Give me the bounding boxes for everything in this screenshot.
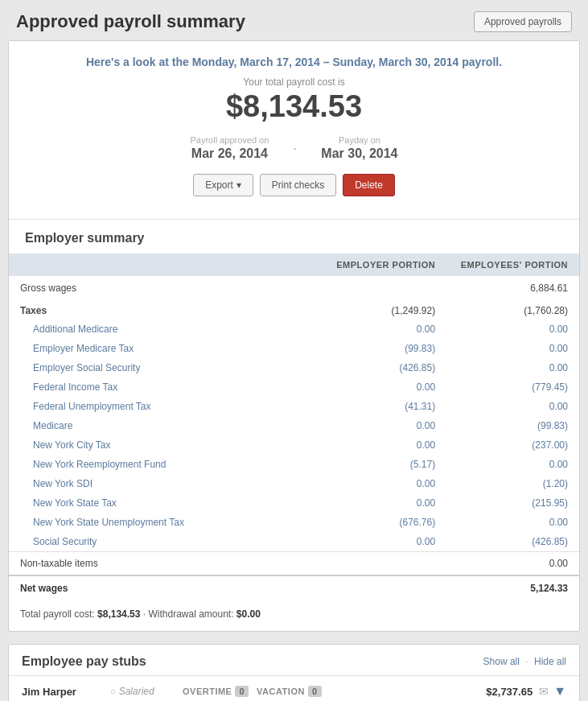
list-item: Jim Harper ○ Salaried OVERTIME 0 VACATIO… <box>9 676 579 701</box>
taxes-employees: (1,760.28) <box>446 300 579 320</box>
employee-amount: $2,737.65 <box>486 686 532 698</box>
main-card: Here's a look at the Monday, March 17, 2… <box>8 40 580 632</box>
subtax-label-6: New York City Tax <box>9 435 323 455</box>
table-row: New York SDI 0.00 (1.20) <box>9 474 579 493</box>
subtax-employees-4: 0.00 <box>446 397 579 416</box>
vacation-badge: VACATION 0 <box>257 686 321 697</box>
approved-payrolls-button[interactable]: Approved payrolls <box>474 11 572 32</box>
subtax-employees-1: 0.00 <box>446 339 579 358</box>
net-wages-label: Net wages <box>9 575 323 600</box>
hide-all-link[interactable]: Hide all <box>534 656 566 667</box>
taxes-label: Taxes <box>9 300 323 320</box>
table-row: Federal Income Tax 0.00 (779.45) <box>9 377 579 397</box>
approved-label: Payroll approved on <box>190 135 269 145</box>
net-wages-employer <box>323 575 446 600</box>
gross-wages-employees: 6,884.61 <box>446 276 579 300</box>
subtax-employees-8: (1.20) <box>446 474 579 493</box>
table-row: Federal Unemployment Tax (41.31) 0.00 <box>9 397 579 416</box>
subtax-label-3: Federal Income Tax <box>9 377 323 397</box>
subtax-employees-0: 0.00 <box>446 320 579 339</box>
subtax-employer-0: 0.00 <box>323 320 446 339</box>
dates-separator: · <box>293 140 297 157</box>
dates-row: Payroll approved on Mar 26, 2014 · Payda… <box>25 135 563 161</box>
withdrawal-label: Withdrawal amount: <box>148 608 233 620</box>
stubs-actions: Show all · Hide all <box>483 656 566 667</box>
approved-date: Mar 26, 2014 <box>191 146 268 160</box>
col-employer: EMPLOYER PORTION <box>323 254 446 276</box>
subtax-label-10: New York State Unemployment Tax <box>9 513 323 532</box>
subtax-employer-3: 0.00 <box>323 377 446 397</box>
email-icon[interactable]: ✉ <box>539 685 549 698</box>
row-taxes: Taxes (1,249.92) (1,760.28) <box>9 300 579 320</box>
subtax-employer-4: (41.31) <box>323 397 446 416</box>
payday-date-group: Payday on Mar 30, 2014 <box>321 135 397 161</box>
gross-wages-label: Gross wages <box>9 276 323 300</box>
subtax-employees-2: 0.00 <box>446 358 579 377</box>
subtax-employer-7: (5.17) <box>323 455 446 474</box>
subtax-employees-3: (779.45) <box>446 377 579 397</box>
subtax-label-0: Additional Medicare <box>9 320 323 339</box>
subtax-label-8: New York SDI <box>9 474 323 493</box>
taxes-employer: (1,249.92) <box>323 300 446 320</box>
subtax-employees-5: (99.83) <box>446 416 579 435</box>
table-row: New York City Tax 0.00 (237.00) <box>9 435 579 455</box>
overtime-value: 0 <box>235 686 249 697</box>
row-gross-wages: Gross wages 6,884.61 <box>9 276 579 300</box>
subtax-employees-6: (237.00) <box>446 435 579 455</box>
subtax-employees-9: (215.95) <box>446 493 579 513</box>
export-button[interactable]: Export ▾ <box>193 174 253 196</box>
action-buttons: Export ▾ Print checks Delete <box>25 174 563 211</box>
nontaxable-employees: 0.00 <box>446 552 579 576</box>
page-header: Approved payroll summary Approved payrol… <box>0 0 588 40</box>
row-nontaxable: Non-taxable items 0.00 <box>9 552 579 576</box>
subtax-employer-6: 0.00 <box>323 435 446 455</box>
period-banner: Here's a look at the Monday, March 17, 2… <box>9 41 579 220</box>
table-row: Medicare 0.00 (99.83) <box>9 416 579 435</box>
payday-date: Mar 30, 2014 <box>321 146 397 160</box>
employee-rows-container: Jim Harper ○ Salaried OVERTIME 0 VACATIO… <box>9 676 579 701</box>
col-label <box>9 254 323 276</box>
nontaxable-label: Non-taxable items <box>9 552 323 576</box>
badge-group: OVERTIME 0 VACATION 0 <box>183 686 486 697</box>
delete-button[interactable]: Delete <box>343 174 395 196</box>
subtax-employees-10: 0.00 <box>446 513 579 532</box>
total-label: Your total payroll cost is <box>25 76 563 88</box>
chevron-down-icon[interactable]: ▼ <box>553 684 566 699</box>
subtax-label-2: Employer Social Security <box>9 358 323 377</box>
stubs-header: Employee pay stubs Show all · Hide all <box>9 645 579 676</box>
subtax-label-9: New York State Tax <box>9 493 323 513</box>
payday-label: Payday on <box>321 135 397 145</box>
subtax-employees-11: (426.85) <box>446 532 579 552</box>
actions-separator: · <box>525 656 528 667</box>
nontaxable-employer <box>323 552 446 576</box>
employer-summary-table: EMPLOYER PORTION EMPLOYEES' PORTION Gros… <box>9 254 579 600</box>
table-row: Social Security 0.00 (426.85) <box>9 532 579 552</box>
total-cost-label: Total payroll cost: <box>20 608 95 620</box>
withdrawal-value: $0.00 <box>236 608 261 620</box>
employee-name: Jim Harper <box>22 686 110 698</box>
table-row: New York Reemployment Fund (5.17) 0.00 <box>9 455 579 474</box>
subtax-employer-2: (426.85) <box>323 358 446 377</box>
subtax-label-7: New York Reemployment Fund <box>9 455 323 474</box>
table-row: Employer Social Security (426.85) 0.00 <box>9 358 579 377</box>
row-net-wages: Net wages 5,124.33 <box>9 575 579 600</box>
subtax-employer-1: (99.83) <box>323 339 446 358</box>
employee-pay-stubs-section: Employee pay stubs Show all · Hide all J… <box>8 644 580 701</box>
subtax-employer-9: 0.00 <box>323 493 446 513</box>
net-wages-employees: 5,124.33 <box>446 575 579 600</box>
total-amount: $8,134.53 <box>25 89 563 124</box>
subtax-label-11: Social Security <box>9 532 323 552</box>
stubs-title: Employee pay stubs <box>22 654 146 669</box>
print-checks-button[interactable]: Print checks <box>260 174 336 196</box>
subtax-employer-10: (676.76) <box>323 513 446 532</box>
clock-icon: ○ <box>110 687 116 696</box>
total-payroll-row: Total payroll cost: $8,134.53 · Withdraw… <box>9 600 579 631</box>
show-all-link[interactable]: Show all <box>483 656 520 667</box>
approved-date-group: Payroll approved on Mar 26, 2014 <box>190 135 269 161</box>
subtax-label-5: Medicare <box>9 416 323 435</box>
table-header-row: EMPLOYER PORTION EMPLOYEES' PORTION <box>9 254 579 276</box>
vacation-value: 0 <box>308 686 322 697</box>
gross-wages-employer <box>323 276 446 300</box>
table-row: Additional Medicare 0.00 0.00 <box>9 320 579 339</box>
table-row: New York State Unemployment Tax (676.76)… <box>9 513 579 532</box>
